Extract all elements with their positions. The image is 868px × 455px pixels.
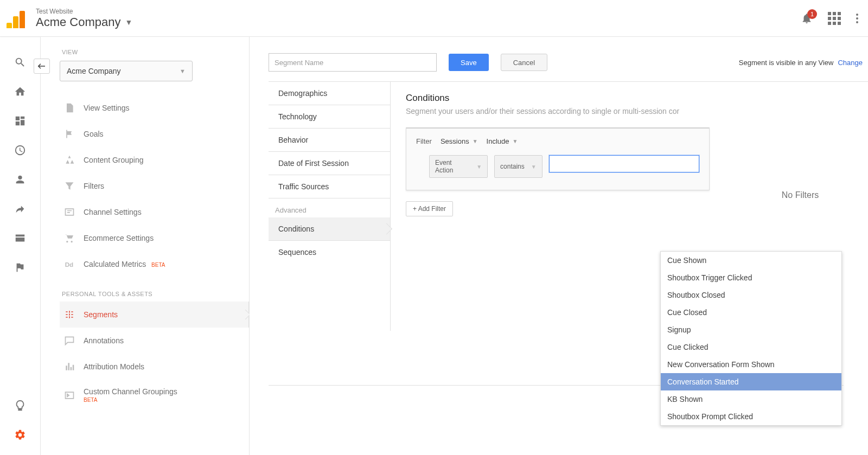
kebab-icon	[856, 14, 858, 23]
rail-customization[interactable]	[0, 106, 40, 136]
home-icon	[14, 86, 26, 98]
cat-behavior[interactable]: Behavior	[269, 129, 390, 152]
sidebar-item-segments[interactable]: Segments	[60, 302, 249, 328]
sidebar-item-view-settings[interactable]: View Settings	[60, 95, 249, 121]
autocomplete-item[interactable]: New Conversation Form Shown	[661, 356, 841, 373]
beta-badge: BETA	[151, 262, 165, 268]
conditions-panel: Conditions Segment your users and/or the…	[391, 82, 732, 331]
sidebar-item-custom-channel-groupings[interactable]: Custom Channel Groupings BETA	[60, 380, 249, 411]
account-switcher[interactable]: Test Website Acme Company ▼	[36, 8, 801, 29]
sidebar-item-attribution-models[interactable]: Attribution Models	[60, 354, 249, 380]
notifications-button[interactable]: 1	[801, 12, 813, 24]
cat-conditions[interactable]: Conditions	[269, 217, 390, 241]
segment-visibility-text: Segment is visible in any View	[739, 59, 834, 67]
view-label: VIEW	[62, 49, 249, 55]
apps-button[interactable]	[828, 12, 841, 25]
autocomplete-item[interactable]: Shoutbox Closed	[661, 286, 841, 304]
sidebar-item-calculated-metrics[interactable]: Dd Calculated Metrics BETA	[60, 251, 249, 277]
autocomplete-item[interactable]: Cue Shown	[661, 252, 841, 269]
segment-name-input[interactable]	[269, 53, 437, 72]
cat-technology[interactable]: Technology	[269, 105, 390, 129]
caret-down-icon: ▼	[125, 18, 133, 27]
clock-icon	[14, 144, 26, 156]
caret-down-icon: ▼	[512, 138, 518, 144]
view-selector[interactable]: Acme Company ▼	[60, 61, 193, 81]
annotation-icon	[64, 335, 76, 346]
rail-home[interactable]	[0, 77, 40, 106]
file-icon	[64, 102, 76, 113]
caret-down-icon: ▼	[476, 164, 482, 170]
autocomplete-item[interactable]: Shoutbox Prompt Clicked	[661, 408, 841, 425]
autocomplete-item[interactable]: KB Shown	[661, 390, 841, 408]
nav-rail	[0, 37, 41, 455]
view-selector-value: Acme Company	[67, 67, 121, 75]
rail-admin[interactable]	[0, 420, 40, 450]
grouping-icon	[64, 155, 76, 165]
main-layout: VIEW Acme Company ▼ View Settings Goals …	[0, 37, 868, 455]
filter-value-input[interactable]	[549, 155, 699, 172]
add-filter-button[interactable]: + Add Filter	[406, 201, 453, 216]
search-icon	[14, 56, 26, 68]
cat-traffic-sources[interactable]: Traffic Sources	[269, 175, 390, 198]
gear-icon	[14, 429, 26, 441]
cat-group-advanced: Advanced	[269, 198, 390, 217]
rail-acquisition[interactable]	[0, 194, 40, 223]
filter-card: Filter Sessions ▼ Include ▼ Event Action	[406, 127, 710, 190]
flag-icon	[64, 129, 76, 139]
autocomplete-item[interactable]: Cue Closed	[661, 304, 841, 321]
sidebar-item-filters[interactable]: Filters	[60, 173, 249, 199]
rail-audience[interactable]	[0, 165, 40, 194]
sidebar-item-goals[interactable]: Goals	[60, 121, 249, 147]
notification-badge: 1	[807, 9, 817, 19]
apps-grid-icon	[828, 12, 841, 25]
conditions-title: Conditions	[406, 93, 732, 104]
sidebar-section-personal: PERSONAL TOOLS & ASSETS	[60, 277, 249, 302]
caret-down-icon: ▼	[473, 138, 478, 144]
rail-discover[interactable]	[0, 391, 40, 420]
admin-sidebar: VIEW Acme Company ▼ View Settings Goals …	[41, 37, 250, 455]
lightbulb-icon	[14, 400, 26, 412]
autocomplete-item[interactable]: Conversation Started	[661, 373, 841, 390]
cat-sequences[interactable]: Sequences	[269, 241, 390, 264]
cat-date-first-session[interactable]: Date of First Session	[269, 152, 390, 175]
dashboard-icon	[14, 115, 26, 127]
category-panel: Demographics Technology Behavior Date of…	[269, 82, 391, 331]
sidebar-item-content-grouping[interactable]: Content Grouping	[60, 147, 249, 173]
channel-icon	[64, 207, 76, 217]
conditions-desc: Segment your users and/or their sessions…	[406, 107, 732, 116]
svg-text:Dd: Dd	[65, 261, 74, 268]
save-button[interactable]: Save	[449, 54, 489, 71]
autocomplete-item[interactable]: Cue Clicked	[661, 338, 841, 356]
more-menu-button[interactable]	[856, 14, 858, 23]
rail-conversions[interactable]	[0, 253, 40, 282]
back-button[interactable]	[34, 59, 50, 74]
share-icon	[14, 203, 26, 215]
autocomplete-menu: Cue ShownShoutbox Trigger ClickedShoutbo…	[660, 251, 842, 426]
rail-realtime[interactable]	[0, 136, 40, 165]
segment-builder: Demographics Technology Behavior Date of…	[269, 81, 868, 331]
cat-demographics[interactable]: Demographics	[269, 82, 390, 105]
cart-icon	[64, 233, 76, 243]
sidebar-item-channel-settings[interactable]: Channel Settings	[60, 199, 249, 225]
autocomplete-item[interactable]: Signup	[661, 321, 841, 338]
dd-icon: Dd	[64, 259, 76, 270]
sidebar-item-annotations[interactable]: Annotations	[60, 328, 249, 354]
property-name: Test Website	[36, 8, 801, 15]
filter-mode-dropdown[interactable]: Include ▼	[487, 137, 518, 145]
top-bar: Test Website Acme Company ▼ 1	[0, 0, 868, 37]
person-icon	[14, 174, 26, 185]
change-visibility-link[interactable]: Change	[838, 59, 863, 67]
back-arrow-icon	[37, 62, 47, 70]
channel-group-icon	[64, 390, 76, 401]
operator-dropdown[interactable]: contains ▼	[494, 155, 542, 178]
sidebar-item-ecommerce-settings[interactable]: Ecommerce Settings	[60, 225, 249, 251]
filter-scope-dropdown[interactable]: Sessions ▼	[441, 137, 478, 145]
cancel-button[interactable]: Cancel	[501, 54, 547, 71]
autocomplete-item[interactable]: Shoutbox Trigger Clicked	[661, 269, 841, 286]
content-area: Save Cancel Segment is visible in any Vi…	[250, 37, 868, 455]
bars-icon	[64, 361, 76, 372]
caret-down-icon: ▼	[180, 68, 186, 74]
dimension-dropdown[interactable]: Event Action ▼	[429, 155, 488, 178]
rail-behavior[interactable]	[0, 223, 40, 253]
caret-down-icon: ▼	[531, 164, 537, 170]
